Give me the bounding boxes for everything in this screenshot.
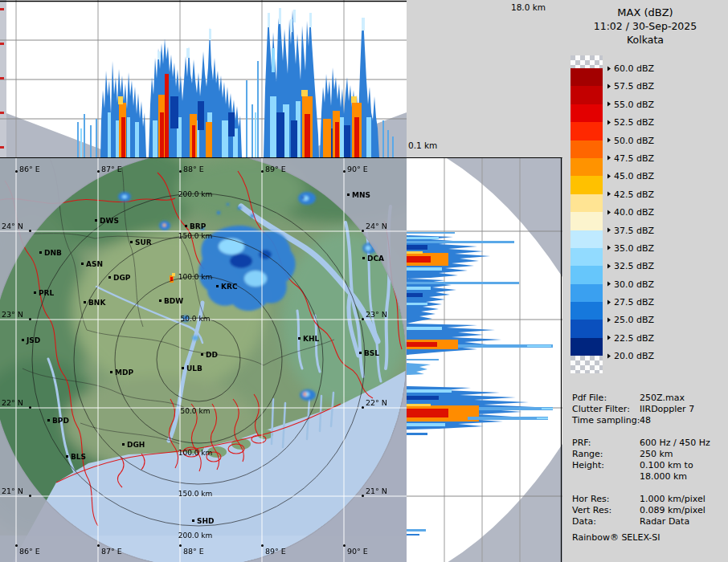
legend-scale: 60.0 dBZ57.5 dBZ55.0 dBZ52.5 dBZ50.0 dBZ… bbox=[571, 55, 728, 373]
info-rows: Pdf File:250Z.maxClutter Filter:IIRDoppl… bbox=[572, 393, 728, 527]
legend-step: 27.5 dBZ bbox=[571, 302, 603, 320]
legend-step: 52.5 dBZ bbox=[571, 122, 603, 140]
info-row bbox=[572, 426, 728, 438]
legend-arrow-icon bbox=[607, 210, 611, 214]
legend-step-label: 47.5 dBZ bbox=[607, 153, 654, 163]
legend-step-label: 45.0 dBZ bbox=[607, 171, 654, 181]
info-row: Range:250 km bbox=[572, 449, 728, 460]
info-row: Time sampling:48 bbox=[572, 415, 728, 426]
site-name: Kolkata bbox=[562, 34, 728, 46]
legend-arrow-icon bbox=[607, 263, 611, 268]
legend-arrow-icon bbox=[607, 228, 611, 233]
radar-map-image bbox=[0, 158, 407, 562]
legend-step: 30.0 dBZ bbox=[571, 284, 603, 302]
legend-step: 22.5 dBZ bbox=[571, 338, 603, 356]
legend-arrow-icon bbox=[607, 83, 611, 88]
product-title: MAX (dBZ) bbox=[562, 6, 728, 18]
legend-arrow-icon bbox=[607, 138, 611, 143]
legend-step: 55.0 dBZ bbox=[571, 104, 603, 122]
info-row: Data:Radar Data bbox=[572, 516, 728, 527]
legend-step: 57.5 dBZ bbox=[571, 86, 603, 104]
info-row: Height:0.100 km to bbox=[572, 460, 728, 471]
product-datetime: 11:02 / 30-Sep-2025 bbox=[562, 20, 728, 32]
legend-step-label: 25.0 dBZ bbox=[607, 315, 654, 325]
info-row: Pdf File:250Z.max bbox=[572, 393, 728, 404]
legend-panel: MAX (dBZ) 11:02 / 30-Sep-2025 Kolkata 60… bbox=[562, 0, 728, 562]
legend-step: 35.0 dBZ bbox=[571, 248, 603, 266]
info-row: Clutter Filter:IIRDoppler 7 bbox=[572, 404, 728, 415]
top-cross-section-panel bbox=[0, 0, 407, 157]
info-row: 18.000 km bbox=[572, 471, 728, 483]
top-cross-section-plot bbox=[0, 0, 407, 157]
legend-step-label: 37.5 dBZ bbox=[607, 225, 654, 235]
legend-step-label: 32.5 dBZ bbox=[607, 261, 654, 271]
legend-step-label: 35.0 dBZ bbox=[607, 242, 654, 253]
radar-display-window: 18.0 km 0.1 km bbox=[0, 0, 728, 562]
info-row: PRF:600 Hz / 450 Hz bbox=[572, 438, 728, 449]
legend-arrow-icon bbox=[607, 353, 611, 358]
legend-arrow-icon bbox=[607, 317, 611, 322]
legend-step: 42.5 dBZ bbox=[571, 194, 603, 212]
legend-arrow-icon bbox=[607, 173, 611, 178]
side-cross-section-panel bbox=[407, 157, 562, 562]
legend-step: 37.5 dBZ bbox=[571, 230, 603, 248]
info-row: Hor Res:1.000 km/pixel bbox=[572, 494, 728, 505]
legend-arrow-icon bbox=[607, 336, 611, 340]
legend-step: 50.0 dBZ bbox=[571, 140, 603, 158]
legend-arrow-icon bbox=[607, 120, 611, 124]
legend-step: 45.0 dBZ bbox=[571, 176, 603, 193]
legend-arrow-icon bbox=[607, 246, 611, 250]
legend-step-label: 20.0 dBZ bbox=[607, 351, 654, 361]
legend-step-label: 57.5 dBZ bbox=[607, 81, 654, 92]
legend-step: 60.0 dBZ bbox=[571, 68, 603, 86]
legend-step-label: 60.0 dBZ bbox=[607, 63, 654, 74]
legend-step-label: 30.0 dBZ bbox=[607, 279, 654, 289]
legend-arrow-icon bbox=[607, 156, 611, 161]
legend-arrow-icon bbox=[607, 102, 611, 107]
software-brand: Rainbow® SELEX-SI bbox=[572, 532, 728, 544]
legend-arrow-icon bbox=[607, 282, 611, 287]
height-axis-min-label: 0.1 km bbox=[408, 140, 437, 150]
legend-step-label: 40.0 dBZ bbox=[607, 207, 654, 218]
info-row bbox=[572, 483, 728, 494]
legend-step: 32.5 dBZ bbox=[571, 266, 603, 283]
legend-step-label: 52.5 dBZ bbox=[607, 117, 654, 128]
legend-step: 47.5 dBZ bbox=[571, 158, 603, 176]
legend-step-label: 22.5 dBZ bbox=[607, 332, 654, 343]
side-cross-section-plot bbox=[407, 158, 562, 562]
legend-step-label: 42.5 dBZ bbox=[607, 189, 654, 199]
height-axis-max-label: 18.0 km bbox=[511, 2, 546, 12]
legend-step: 20.0 dBZ bbox=[571, 356, 603, 373]
legend-step-label: 27.5 dBZ bbox=[607, 297, 654, 307]
axis-corner-area: 18.0 km 0.1 km bbox=[407, 0, 562, 157]
legend-arrow-icon bbox=[607, 66, 611, 71]
legend-checker-top bbox=[571, 55, 603, 68]
legend-arrow-icon bbox=[607, 299, 611, 304]
legend-step-label: 50.0 dBZ bbox=[607, 135, 654, 145]
legend-arrow-icon bbox=[607, 192, 611, 197]
info-row: Vert Res:0.089 km/pixel bbox=[572, 505, 728, 516]
radar-map-panel: 86° E86° E87° E87° E88° E88° E89° E89° E… bbox=[0, 157, 407, 562]
legend-step: 40.0 dBZ bbox=[571, 212, 603, 230]
legend-step: 25.0 dBZ bbox=[571, 320, 603, 337]
legend-step-label: 55.0 dBZ bbox=[607, 99, 654, 109]
info-block: Pdf File:250Z.maxClutter Filter:IIRDoppl… bbox=[572, 393, 728, 544]
